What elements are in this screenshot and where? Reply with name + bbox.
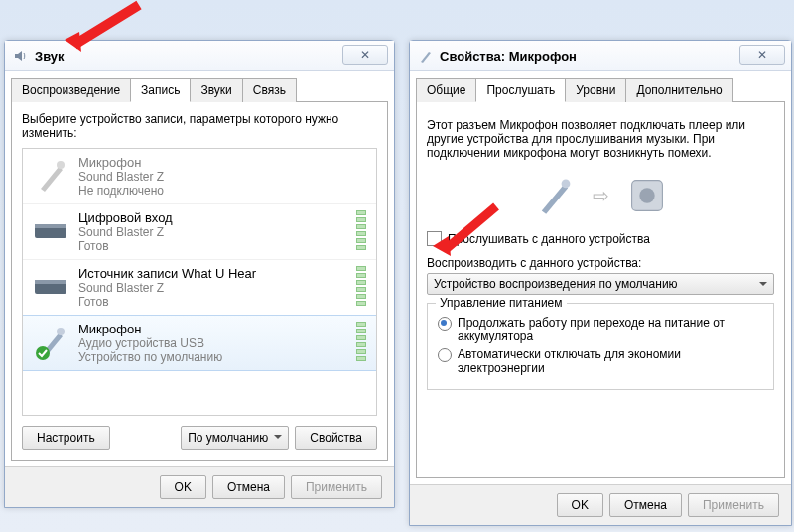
speaker-icon [13, 48, 29, 64]
svg-rect-2 [35, 224, 66, 228]
configure-button[interactable]: Настроить [22, 426, 110, 450]
titlebar-right[interactable]: Свойства: Микрофон ✕ [410, 41, 791, 71]
playthrough-value: Устройство воспроизведения по умолчанию [434, 277, 678, 291]
window-title-right: Свойства: Микрофон [440, 49, 577, 64]
mic-icon [418, 48, 434, 64]
mic-icon [31, 155, 70, 195]
cancel-button[interactable]: Отмена [609, 493, 682, 517]
default-combo[interactable]: По умолчанию [181, 426, 289, 450]
device-status: Не подключено [78, 184, 164, 198]
close-button-left[interactable]: ✕ [342, 45, 388, 65]
cancel-button[interactable]: Отмена [212, 475, 285, 499]
speaker-illustration-icon [625, 174, 669, 217]
device-row[interactable]: Цифровой вход Sound Blaster Z Готов [23, 204, 376, 260]
digital-in-icon [31, 210, 70, 250]
svg-point-5 [57, 328, 65, 335]
playthrough-label: Воспроизводить с данного устройства: [427, 256, 774, 270]
svg-point-6 [36, 346, 50, 360]
radio-continue[interactable]: Продолжать работу при переходе на питани… [438, 316, 763, 343]
svg-point-7 [561, 180, 570, 189]
device-status: Готов [78, 239, 173, 253]
tab-playback[interactable]: Воспроизведение [11, 78, 131, 102]
mic-icon [31, 322, 70, 361]
instruction-text: Выберите устройство записи, параметры ко… [22, 112, 377, 140]
properties-window: Свойства: Микрофон ✕ Общие Прослушать Ур… [409, 40, 792, 526]
close-button-right[interactable]: ✕ [739, 45, 785, 65]
listen-checkbox[interactable] [427, 231, 442, 246]
tabs-right: Общие Прослушать Уровни Дополнительно [416, 77, 785, 101]
properties-button[interactable]: Свойства [295, 426, 377, 450]
svg-rect-4 [35, 280, 66, 284]
whatuhear-icon [31, 266, 70, 306]
power-groupbox: Управление питанием Продолжать работу пр… [427, 303, 774, 390]
level-meter [356, 266, 366, 306]
arrow-right-icon: ⇨ [593, 184, 609, 207]
device-name: Цифровой вход [78, 210, 173, 225]
tab-comm[interactable]: Связь [242, 78, 297, 102]
power-legend: Управление питанием [436, 296, 567, 310]
listen-checkbox-row[interactable]: Прослушивать с данного устройства [427, 231, 774, 246]
default-combo-label: По умолчанию [188, 431, 268, 445]
illustration-row: ⇨ [427, 174, 774, 217]
tab-levels[interactable]: Уровни [565, 78, 626, 102]
svg-point-0 [57, 161, 65, 169]
device-name: Микрофон [78, 322, 222, 336]
device-driver: Sound Blaster Z [78, 225, 173, 239]
radio-dot-icon [438, 348, 452, 362]
ok-button[interactable]: OK [557, 493, 603, 517]
tabs-left: Воспроизведение Запись Звуки Связь [11, 77, 388, 101]
tab-record[interactable]: Запись [130, 78, 191, 102]
device-status: Устройство по умолчанию [78, 350, 222, 364]
device-driver: Sound Blaster Z [78, 170, 164, 184]
svg-point-9 [639, 188, 654, 202]
radio-auto-off[interactable]: Автоматически отключать для экономии эле… [438, 347, 763, 375]
listen-checkbox-label: Прослушивать с данного устройства [448, 232, 650, 246]
radio-dot-icon [438, 317, 452, 331]
tab-body-right: Этот разъем Микрофон позволяет подключат… [416, 101, 785, 478]
sound-window: Звук ✕ Воспроизведение Запись Звуки Связ… [4, 40, 395, 508]
titlebar-left[interactable]: Звук ✕ [5, 41, 394, 71]
playthrough-combo[interactable]: Устройство воспроизведения по умолчанию [427, 273, 774, 295]
tab-sounds[interactable]: Звуки [190, 78, 242, 102]
device-name: Источник записи What U Hear [78, 266, 256, 281]
device-row[interactable]: Микрофон Аудио устройства USB Устройство… [22, 315, 377, 371]
apply-button[interactable]: Применить [291, 475, 382, 499]
device-driver: Аудио устройства USB [78, 336, 222, 350]
ok-button[interactable]: OK [160, 475, 206, 499]
radio-continue-label: Продолжать работу при переходе на питани… [458, 316, 763, 343]
device-name: Микрофон [78, 155, 164, 170]
tab-body-left: Выберите устройство записи, параметры ко… [11, 101, 388, 461]
level-meter [356, 210, 366, 250]
level-meter [356, 322, 366, 361]
device-status: Готов [78, 295, 256, 309]
window-title-left: Звук [35, 49, 65, 64]
mic-illustration-icon [533, 174, 577, 217]
tab-advanced[interactable]: Дополнительно [625, 78, 732, 102]
listen-description: Этот разъем Микрофон позволяет подключат… [427, 118, 774, 160]
tab-general[interactable]: Общие [416, 78, 476, 102]
device-driver: Sound Blaster Z [78, 281, 256, 295]
radio-auto-off-label: Автоматически отключать для экономии эле… [458, 347, 763, 375]
dialog-buttons-left: OK Отмена Применить [5, 466, 394, 507]
tab-listen[interactable]: Прослушать [475, 78, 566, 102]
device-list[interactable]: Микрофон Sound Blaster Z Не подключено Ц… [22, 148, 377, 416]
list-buttons: Настроить По умолчанию Свойства [22, 426, 377, 450]
device-row[interactable]: Источник записи What U Hear Sound Blaste… [23, 260, 376, 316]
device-row[interactable]: Микрофон Sound Blaster Z Не подключено [23, 149, 376, 204]
apply-button[interactable]: Применить [688, 493, 779, 517]
dialog-buttons-right: OK Отмена Применить [410, 484, 791, 525]
